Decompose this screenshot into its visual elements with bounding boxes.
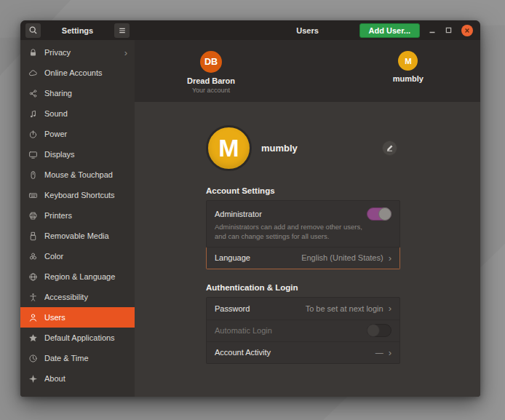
carousel-user-subtitle: Your account (192, 87, 230, 94)
sidebar-item-label: Color (44, 252, 127, 261)
account-settings-header: Account Settings (206, 186, 400, 195)
sidebar-item-label: Sharing (44, 89, 127, 98)
search-icon (28, 25, 38, 35)
users-panel: DBDread BaronYour accountMmumbly M mumbl… (135, 40, 480, 397)
sidebar-item-label: Power (44, 130, 127, 138)
keyboard-icon (28, 190, 38, 200)
sidebar-item-privacy[interactable]: Privacy (20, 42, 135, 63)
color-icon (28, 251, 38, 261)
toggle-knob (367, 324, 380, 337)
search-button[interactable] (25, 23, 41, 38)
sidebar-item-displays[interactable]: Displays (20, 144, 135, 165)
carousel-user-name: mumbly (393, 74, 424, 83)
language-row[interactable]: Language English (United States) (206, 247, 400, 269)
user-name: mumbly (261, 143, 298, 154)
sidebar-item-label: Keyboard Shortcuts (44, 191, 127, 199)
sidebar-item-date-time[interactable]: Date & Time (20, 348, 135, 368)
cloud-icon (28, 68, 38, 78)
power-icon (28, 129, 38, 139)
sidebar-item-label: Removable Media (44, 231, 127, 240)
sidebar-item-sound[interactable]: Sound (20, 103, 135, 124)
account-settings-group: Administrator Administrators can add and… (206, 200, 400, 269)
titlebar: Settings Users Add User... (20, 20, 480, 40)
add-user-button[interactable]: Add User... (359, 23, 420, 38)
share-icon (28, 88, 38, 98)
pencil-icon (386, 144, 394, 152)
displays-icon (28, 149, 38, 159)
toggle-knob (378, 207, 391, 221)
sidebar-item-region-language[interactable]: Region & Language (20, 266, 135, 287)
accessibility-icon (28, 292, 38, 302)
sidebar: PrivacyOnline AccountsSharingSoundPowerD… (20, 40, 135, 397)
maximize-button[interactable] (445, 27, 452, 33)
language-label: Language (215, 253, 250, 262)
user-details: M mumbly Account Settings (135, 102, 480, 397)
automatic-login-toggle (367, 324, 391, 337)
settings-window: Settings Users Add User... (20, 20, 480, 397)
titlebar-main-section: Users Add User... (135, 23, 480, 38)
sidebar-item-color[interactable]: Color (20, 246, 135, 266)
printer-icon (28, 210, 38, 221)
sidebar-item-online-accounts[interactable]: Online Accounts (20, 63, 135, 83)
account-activity-row[interactable]: Account Activity — (207, 341, 399, 363)
sidebar-item-label: Sound (44, 109, 127, 118)
close-button[interactable] (461, 25, 473, 36)
sound-icon (28, 108, 38, 119)
sidebar-item-printers[interactable]: Printers (20, 205, 135, 226)
user-carousel: DBDread BaronYour accountMmumbly (135, 40, 480, 102)
carousel-user-name: Dread Baron (187, 76, 235, 85)
sidebar-item-label: Date & Time (44, 354, 127, 362)
person-icon (28, 312, 38, 322)
sidebar-item-label: Users (44, 313, 127, 322)
sidebar-item-label: Default Applications (44, 333, 127, 342)
lock-icon (28, 47, 38, 58)
carousel-user-dread-baron[interactable]: DBDread BaronYour account (187, 40, 235, 102)
sidebar-item-label: Accessibility (44, 293, 127, 301)
sidebar-item-label: About (44, 374, 127, 383)
sidebar-item-label: Online Accounts (44, 68, 127, 77)
sidebar-item-label: Region & Language (44, 272, 127, 281)
sidebar-item-label: Displays (44, 150, 127, 159)
globe-icon (28, 272, 38, 282)
automatic-login-label: Automatic Login (215, 326, 272, 335)
sidebar-item-removable-media[interactable]: Removable Media (20, 226, 135, 246)
edit-name-button[interactable] (382, 140, 397, 156)
user-avatar[interactable]: M (206, 125, 252, 171)
sidebar-item-users[interactable]: Users (20, 307, 135, 328)
password-row[interactable]: Password To be set at next login (207, 298, 399, 320)
sidebar-item-keyboard-shortcuts[interactable]: Keyboard Shortcuts (20, 185, 135, 205)
chevron-right-icon (124, 48, 127, 58)
menu-button[interactable] (114, 23, 130, 38)
automatic-login-row: Automatic Login (207, 320, 399, 341)
auth-login-group: Password To be set at next login Automat… (206, 297, 400, 364)
profile-row: M mumbly (206, 124, 400, 171)
titlebar-sidebar-section: Settings (20, 23, 135, 38)
star-icon (28, 333, 38, 343)
avatar[interactable]: DB (200, 51, 222, 73)
sidebar-item-sharing[interactable]: Sharing (20, 83, 135, 103)
sidebar-item-accessibility[interactable]: Accessibility (20, 287, 135, 307)
mouse-icon (28, 170, 38, 180)
sidebar-item-mouse-touchpad[interactable]: Mouse & Touchpad (20, 165, 135, 185)
administrator-row: Administrator Administrators can add and… (207, 201, 399, 247)
menu-icon (118, 26, 127, 35)
app-title: Settings (62, 26, 93, 35)
sidebar-item-label: Printers (44, 211, 127, 220)
account-activity-value: — (375, 348, 383, 357)
sidebar-item-about[interactable]: About (20, 368, 135, 389)
sidebar-item-default-applications[interactable]: Default Applications (20, 328, 135, 348)
carousel-user-mumbly[interactable]: Mmumbly (393, 40, 424, 102)
desktop: { "window": { "app_title": "Settings", "… (0, 0, 505, 420)
removable-icon (28, 231, 38, 241)
chevron-right-icon (389, 303, 391, 314)
minimize-button[interactable] (429, 27, 436, 34)
clock-icon (28, 353, 38, 363)
sidebar-item-power[interactable]: Power (20, 124, 135, 144)
sparkle-icon (28, 373, 38, 384)
account-activity-label: Account Activity (215, 348, 271, 357)
auth-login-header: Authentication & Login (206, 283, 400, 292)
administrator-toggle[interactable] (367, 207, 391, 221)
avatar[interactable]: M (398, 51, 418, 71)
chevron-right-icon (389, 253, 391, 264)
password-label: Password (215, 304, 250, 313)
